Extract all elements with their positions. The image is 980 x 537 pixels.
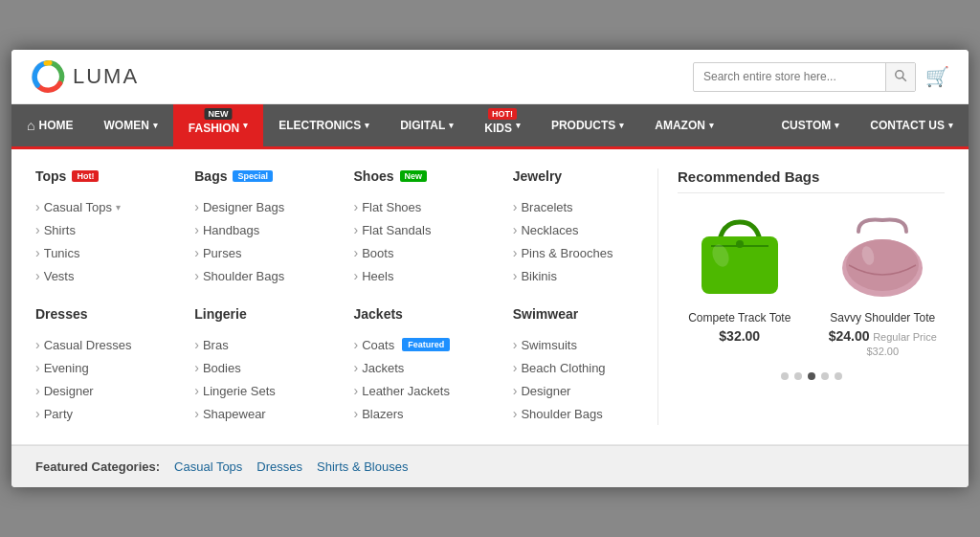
featured-link-shirts-blouses[interactable]: Shirts & Blouses — [317, 459, 408, 474]
menu-item-casual-dresses[interactable]: Casual Dresses — [35, 333, 166, 356]
menu-item-boots[interactable]: Boots — [354, 241, 484, 264]
nav-digital[interactable]: DIGITAL ▾ — [385, 104, 469, 146]
pink-bag-svg — [835, 213, 930, 299]
menu-item-designer-bags[interactable]: Designer Bags — [194, 195, 324, 218]
bags-badge: Special — [233, 170, 273, 182]
home-icon: ⌂ — [27, 118, 34, 133]
chevron-down-icon-digital: ▾ — [449, 121, 454, 130]
svg-point-5 — [736, 240, 744, 248]
featured-link-dresses[interactable]: Dresses — [256, 459, 302, 474]
menu-item-handbags[interactable]: Handbags — [194, 218, 324, 241]
mega-menu: Tops Hot! Casual Tops ▾ Shirts Tunics Ve… — [11, 149, 969, 445]
menu-item-beach-clothing[interactable]: Beach Clothing — [513, 356, 643, 379]
svg-line-2 — [902, 77, 906, 80]
kids-badge: Hot! — [488, 108, 517, 120]
compete-tote-price: $32.00 — [678, 328, 802, 344]
menu-item-leather-jackets[interactable]: Leather Jackets — [354, 379, 484, 402]
fashion-badge: New — [204, 108, 232, 120]
logo-icon — [31, 59, 65, 94]
menu-item-coats[interactable]: Coats Featured — [354, 333, 484, 356]
compete-tote-name: Compete Track Tote — [678, 311, 802, 324]
nav-women[interactable]: WOMEN ▾ — [88, 104, 172, 146]
savvy-tote-sale-price: $24.00 Regular Price $32.00 — [821, 328, 946, 358]
nav-electronics-label: ELECTRONICS — [278, 119, 361, 132]
product-row: Compete Track Tote $32.00 — [678, 208, 945, 358]
menu-item-swimsuits[interactable]: Swimsuits — [513, 333, 643, 356]
menu-item-casual-tops[interactable]: Casual Tops ▾ — [35, 195, 166, 218]
menu-item-tunics[interactable]: Tunics — [35, 241, 166, 264]
menu-item-bracelets[interactable]: Bracelets — [513, 195, 643, 218]
search-box — [693, 62, 916, 92]
menu-item-jackets[interactable]: Jackets — [354, 356, 484, 379]
nav-custom-label: CUSTOM — [781, 119, 831, 132]
dot-4[interactable] — [821, 372, 829, 380]
menu-title-dresses: Dresses — [35, 306, 166, 322]
product-savvy-tote[interactable]: Savvy Shoulder Tote $24.00 Regular Price… — [821, 208, 946, 358]
nav-products[interactable]: PRODUCTS ▾ — [536, 104, 639, 146]
search-input[interactable] — [694, 64, 885, 89]
menu-col-shoes: Shoes New Flat Shoes Flat Sandals Boots … — [340, 168, 499, 287]
logo-text: LUMA — [73, 64, 139, 89]
featured-link-casual-tops[interactable]: Casual Tops — [174, 459, 242, 474]
nav-products-label: PRODUCTS — [551, 119, 615, 132]
featured-label: Featured Categories: — [35, 459, 160, 474]
menu-col-swimwear: Swimwear Swimsuits Beach Clothing Design… — [499, 306, 657, 425]
nav-right: CUSTOM ▾ CONTACT US ▾ — [766, 104, 969, 146]
nav: ⌂ HOME WOMEN ▾ New FASHION ▾ ELECTRONICS… — [11, 104, 969, 146]
nav-contact[interactable]: CONTACT US ▾ — [855, 104, 969, 146]
menu-col-jackets: Jackets Coats Featured Jackets Leather J… — [340, 306, 499, 425]
product-compete-tote[interactable]: Compete Track Tote $32.00 — [678, 208, 802, 358]
menu-item-necklaces[interactable]: Necklaces — [513, 218, 643, 241]
savvy-tote-name: Savvy Shoulder Tote — [821, 311, 946, 324]
menu-item-shapewear[interactable]: Shapewear — [194, 402, 324, 425]
nav-amazon[interactable]: AMAZON ▾ — [639, 104, 729, 146]
menu-col-bags: Bags Special Designer Bags Handbags Purs… — [180, 168, 339, 287]
menu-item-pins-brooches[interactable]: Pins & Brooches — [513, 241, 643, 264]
tops-badge: Hot! — [72, 170, 99, 182]
dot-1[interactable] — [781, 372, 789, 380]
menu-item-shoulder-bags[interactable]: Shoulder Bags — [194, 264, 324, 287]
search-button[interactable] — [885, 63, 915, 91]
chevron-down-icon-kids: ▾ — [516, 121, 521, 130]
nav-custom[interactable]: CUSTOM ▾ — [766, 104, 855, 146]
menu-item-evening[interactable]: Evening — [35, 356, 166, 379]
nav-amazon-label: AMAZON — [655, 119, 705, 132]
menu-item-bodies[interactable]: Bodies — [194, 356, 324, 379]
chevron-down-icon-contact: ▾ — [948, 121, 953, 130]
green-bag-svg — [692, 213, 788, 299]
svg-point-8 — [846, 239, 919, 291]
menu-item-flat-shoes[interactable]: Flat Shoes — [354, 195, 484, 218]
logo: LUMA — [31, 59, 139, 94]
recommended-section: Recommended Bags — [657, 168, 945, 425]
menu-title-shoes: Shoes New — [354, 168, 484, 184]
chevron-down-icon-amazon: ▾ — [709, 121, 714, 130]
chevron-down-icon-elec: ▾ — [365, 121, 369, 130]
nav-home-label: HOME — [38, 119, 73, 132]
nav-home[interactable]: ⌂ HOME — [11, 104, 88, 146]
dot-3-active[interactable] — [808, 372, 815, 380]
menu-item-flat-sandals[interactable]: Flat Sandals — [354, 218, 484, 241]
menu-title-jackets: Jackets — [354, 306, 484, 322]
nav-fashion[interactable]: New FASHION ▾ — [173, 104, 263, 146]
menu-item-swimwear-designer[interactable]: Designer — [513, 379, 643, 402]
dot-5[interactable] — [835, 372, 842, 380]
nav-electronics[interactable]: ELECTRONICS ▾ — [263, 104, 385, 146]
nav-kids[interactable]: Hot! KIDS ▾ — [469, 104, 536, 146]
coats-badge: Featured — [402, 338, 450, 351]
menu-item-heels[interactable]: Heels — [354, 264, 484, 287]
menu-item-purses[interactable]: Purses — [194, 241, 324, 264]
menu-item-designer[interactable]: Designer — [35, 379, 166, 402]
menu-item-blazers[interactable]: Blazers — [354, 402, 484, 425]
menu-col-tops: Tops Hot! Casual Tops ▾ Shirts Tunics Ve… — [35, 168, 180, 287]
menu-item-bras[interactable]: Bras — [194, 333, 324, 356]
menu-item-swimwear-bags[interactable]: Shoulder Bags — [513, 402, 643, 425]
menu-item-shirts[interactable]: Shirts — [35, 218, 166, 241]
menu-item-bikinis[interactable]: Bikinis — [513, 264, 643, 287]
nav-digital-label: DIGITAL — [400, 119, 445, 132]
menu-item-party[interactable]: Party — [35, 402, 166, 425]
nav-kids-label: KIDS — [484, 122, 512, 135]
menu-item-vests[interactable]: Vests — [35, 264, 166, 287]
menu-item-lingerie-sets[interactable]: Lingerie Sets — [194, 379, 324, 402]
cart-icon[interactable]: 🛒 — [925, 65, 949, 88]
dot-2[interactable] — [794, 372, 802, 380]
